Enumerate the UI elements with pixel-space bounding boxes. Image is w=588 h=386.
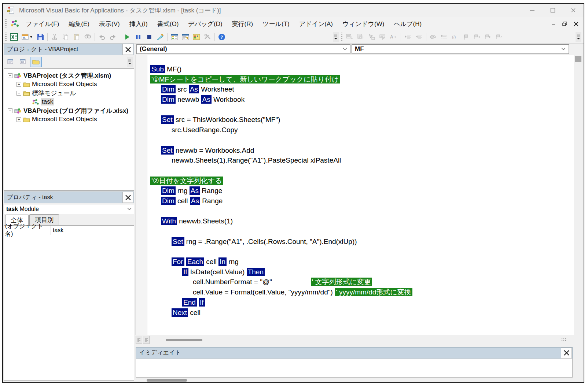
toggle-breakpoint-button[interactable]	[428, 32, 439, 42]
outdent-button[interactable]	[414, 32, 425, 42]
insert-userform-button[interactable]: ▼	[19, 32, 35, 42]
code-line[interactable]: src.UsedRange.Copy	[147, 125, 574, 135]
project-panel-close-button[interactable]	[122, 44, 133, 55]
list-properties-button[interactable]	[344, 32, 355, 42]
project-panel-titlebar[interactable]: プロジェクト - VBAProject	[4, 44, 134, 55]
edit-toolbar-grip-handle[interactable]	[341, 33, 342, 41]
procedure-dropdown[interactable]: MF	[352, 44, 569, 54]
object-browser-button[interactable]	[191, 32, 202, 42]
code-line[interactable]: Dim rng As Range	[147, 186, 574, 196]
code-line[interactable]: Set rng = .Range("A1", .Cells(.Rows.Coun…	[147, 237, 574, 247]
view-object-button[interactable]	[18, 57, 29, 67]
properties-panel-titlebar[interactable]: プロパティ - task	[4, 192, 134, 203]
child-restore-button[interactable]	[562, 22, 567, 26]
split-view-button-2[interactable]	[143, 336, 150, 344]
uncomment-block-button[interactable]: (/)	[450, 32, 461, 42]
edit-toolbar-overflow-button[interactable]	[576, 32, 581, 42]
immediate-window-content[interactable]	[136, 359, 573, 378]
code-horizontal-scrollbar[interactable]	[136, 335, 568, 345]
code-line[interactable]: '①MFシートをコピーして、新しいワークブックに貼り付け	[147, 74, 574, 85]
resize-grip-icon[interactable]	[561, 338, 567, 342]
standard-toolbar-grip-handle[interactable]	[5, 33, 7, 41]
code-vscroll-thumb[interactable]	[575, 56, 581, 62]
undo-button[interactable]	[96, 32, 107, 42]
menu-item-e[interactable]: 編集(E)	[64, 18, 94, 30]
design-mode-button[interactable]	[155, 32, 166, 42]
property-value[interactable]: task	[51, 227, 63, 234]
code-line[interactable]	[147, 105, 574, 115]
minimize-button[interactable]	[522, 4, 543, 17]
code-line[interactable]: Dim cell As Range	[147, 196, 574, 206]
help-button[interactable]: ?	[216, 32, 227, 42]
code-line[interactable]: newwb.Sheets(1).Range("A1").PasteSpecial…	[147, 155, 574, 166]
code-hscroll-thumb[interactable]	[166, 339, 202, 341]
view-code-button[interactable]	[5, 57, 17, 67]
code-line[interactable]: End If	[147, 297, 574, 308]
code-line[interactable]: For Each cell In rng	[147, 257, 574, 267]
copy-button[interactable]	[60, 32, 71, 42]
clear-bookmarks-button[interactable]	[494, 32, 505, 42]
collapse-icon[interactable]: −	[8, 73, 12, 78]
child-minimize-button[interactable]	[551, 22, 556, 26]
project-toolbar-overflow-button[interactable]	[127, 57, 133, 67]
code-line[interactable]: Set newwb = Workbooks.Add	[147, 145, 574, 156]
code-line[interactable]: cell.Value = Format(cell.Value, "yyyy/mm…	[147, 287, 574, 297]
next-bookmark-button[interactable]	[472, 32, 483, 42]
tree-item[interactable]: task	[4, 97, 134, 106]
find-button[interactable]	[82, 32, 93, 42]
break-button[interactable]	[133, 32, 144, 42]
properties-object-dropdown[interactable]: task Module	[4, 204, 134, 214]
complete-word-button[interactable]: A	[388, 32, 399, 42]
code-line[interactable]	[147, 226, 574, 237]
collapse-icon[interactable]: −	[16, 91, 21, 96]
code-vertical-scrollbar[interactable]	[574, 55, 583, 335]
quick-info-button[interactable]	[366, 32, 377, 42]
view-excel-button[interactable]	[8, 32, 19, 42]
list-constants-button[interactable]	[355, 32, 366, 42]
property-row[interactable]: (オブジェクト名)task	[4, 226, 134, 235]
code-line[interactable]: If IsDate(cell.Value) Then	[147, 267, 574, 277]
cut-button[interactable]	[49, 32, 60, 42]
immediate-horizontal-scrollbar[interactable]	[136, 378, 573, 383]
comment-block-button[interactable]	[439, 32, 450, 42]
object-dropdown[interactable]: (General)	[136, 44, 350, 54]
code-line[interactable]: cell.NumberFormat = "@" ' 文字列形式に変更	[147, 277, 574, 287]
code-line[interactable]: Dim src As Worksheet	[147, 84, 574, 94]
code-line[interactable]: '②日付を文字列化する	[147, 176, 574, 186]
properties-window-button[interactable]	[180, 32, 191, 42]
code-line[interactable]: Sub MF()	[147, 64, 574, 74]
immediate-hscroll-thumb[interactable]	[147, 379, 187, 382]
tree-item[interactable]: −VBAProject (タスク管理.xlsm)	[4, 71, 134, 80]
code-line[interactable]	[147, 206, 574, 216]
tree-item[interactable]: +Microsoft Excel Objects	[4, 115, 134, 124]
tree-item[interactable]: +Microsoft Excel Objects	[4, 80, 134, 89]
redo-button[interactable]	[107, 32, 118, 42]
tree-item[interactable]: −標準モジュール	[4, 89, 134, 97]
menu-item-a[interactable]: アドイン(A)	[294, 18, 338, 30]
previous-bookmark-button[interactable]	[483, 32, 494, 42]
code-line[interactable]	[147, 166, 574, 176]
code-line[interactable]: Next cell	[147, 308, 574, 318]
code-line[interactable]: With newwb.Sheets(1)	[147, 216, 574, 226]
save-button[interactable]	[35, 32, 46, 42]
expand-icon[interactable]: +	[16, 117, 21, 122]
project-explorer-button[interactable]	[169, 32, 180, 42]
immediate-window-titlebar[interactable]: イミディエイト	[136, 347, 573, 359]
menubar-grip-handle[interactable]	[5, 19, 7, 28]
code-editor[interactable]: Sub MF()'①MFシートをコピーして、新しいワークブックに貼り付けDim …	[147, 55, 574, 335]
menu-item-d[interactable]: デバッグ(D)	[183, 18, 227, 30]
menu-item-i[interactable]: 挿入(I)	[125, 18, 152, 30]
code-line[interactable]: Set src = ThisWorkbook.Sheets("MF")	[147, 115, 574, 125]
menu-item-r[interactable]: 実行(R)	[227, 18, 258, 30]
toggle-bookmark-button[interactable]	[461, 32, 472, 42]
code-line[interactable]	[147, 135, 574, 145]
properties-panel-close-button[interactable]	[122, 192, 133, 203]
toggle-folders-button[interactable]	[30, 57, 42, 67]
close-button[interactable]	[563, 4, 584, 17]
standard-toolbar-overflow-button[interactable]	[333, 32, 339, 42]
maximize-button[interactable]	[543, 4, 563, 17]
split-view-button-1[interactable]	[136, 336, 142, 344]
reset-button[interactable]	[144, 32, 155, 42]
immediate-window-close-button[interactable]	[561, 348, 572, 359]
code-line[interactable]	[147, 246, 574, 257]
